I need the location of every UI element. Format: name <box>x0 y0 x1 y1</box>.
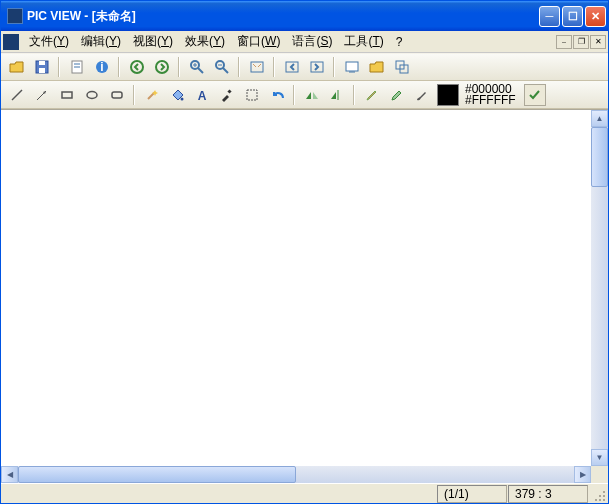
browse-button[interactable] <box>365 56 388 79</box>
separator-icon <box>293 85 295 105</box>
arrow-tool-button[interactable] <box>30 83 53 106</box>
menu-effect[interactable]: 效果(Y) <box>179 31 231 52</box>
cascade-button[interactable] <box>390 56 413 79</box>
horizontal-scroll-thumb[interactable] <box>18 466 296 483</box>
separator-icon <box>238 57 240 77</box>
prev-button[interactable] <box>125 56 148 79</box>
undo-button[interactable] <box>265 83 288 106</box>
separator-icon <box>118 57 120 77</box>
svg-line-24 <box>12 90 22 100</box>
svg-line-11 <box>198 68 203 73</box>
mdi-minimize-button[interactable]: – <box>556 35 572 49</box>
status-bar: (1/1) 379 : 3 <box>1 483 608 503</box>
rect-tool-button[interactable] <box>55 83 78 106</box>
marker-button[interactable] <box>385 83 408 106</box>
close-button[interactable]: ✕ <box>585 6 606 27</box>
svg-rect-26 <box>62 92 72 98</box>
scroll-left-button[interactable]: ◀ <box>1 466 18 483</box>
mdi-close-button[interactable]: ✕ <box>590 35 606 49</box>
color-readout: #000000 #FFFFFF <box>465 84 516 106</box>
client-area: ▲ ▼ <box>1 109 608 466</box>
app-window: PIC VIEW - [未命名] ─ ☐ ✕ 文件(Y) 编辑(Y) 视图(Y)… <box>0 0 609 504</box>
separator-icon <box>333 57 335 77</box>
svg-rect-20 <box>346 62 358 71</box>
svg-point-8 <box>131 61 143 73</box>
vertical-scroll-track[interactable] <box>591 187 608 449</box>
separator-icon <box>353 85 355 105</box>
status-page: (1/1) <box>437 485 507 503</box>
status-coordinates: 379 : 3 <box>508 485 588 503</box>
horizontal-scrollbar[interactable]: ◀ ▶ <box>1 466 591 483</box>
scroll-down-button[interactable]: ▼ <box>591 449 608 466</box>
resize-grip[interactable] <box>589 485 607 503</box>
window-title: PIC VIEW - [未命名] <box>27 8 539 25</box>
zoom-in-button[interactable] <box>185 56 208 79</box>
menu-lang[interactable]: 语言(S) <box>286 31 338 52</box>
scroll-up-button[interactable]: ▲ <box>591 110 608 127</box>
select-tool-button[interactable] <box>240 83 263 106</box>
menu-bar: 文件(Y) 编辑(Y) 视图(Y) 效果(Y) 窗口(W) 语言(S) 工具(T… <box>1 31 608 53</box>
main-toolbar: i <box>1 53 608 81</box>
svg-rect-17 <box>251 62 263 72</box>
vertical-scrollbar[interactable]: ▲ ▼ <box>591 110 608 466</box>
svg-text:A: A <box>197 89 206 103</box>
separator-icon <box>178 57 180 77</box>
color-swatch[interactable] <box>437 84 459 106</box>
properties-button[interactable] <box>65 56 88 79</box>
svg-rect-28 <box>112 92 122 98</box>
flip-horizontal-button[interactable] <box>300 83 323 106</box>
svg-point-27 <box>87 91 97 98</box>
background-color-value: #FFFFFF <box>465 95 516 106</box>
next-button[interactable] <box>150 56 173 79</box>
info-button[interactable]: i <box>90 56 113 79</box>
app-icon <box>7 8 23 24</box>
slideshow-button[interactable] <box>340 56 363 79</box>
fit-window-button[interactable] <box>245 56 268 79</box>
menu-view[interactable]: 视图(Y) <box>127 31 179 52</box>
svg-rect-2 <box>39 61 45 65</box>
separator-icon <box>273 57 275 77</box>
scroll-corner <box>591 466 608 483</box>
brush-button[interactable] <box>410 83 433 106</box>
mdi-restore-button[interactable]: ❐ <box>573 35 589 49</box>
doc-icon <box>3 34 19 50</box>
separator-icon <box>58 57 60 77</box>
flip-vertical-button[interactable] <box>325 83 348 106</box>
menu-window[interactable]: 窗口(W) <box>231 31 286 52</box>
save-button[interactable] <box>30 56 53 79</box>
canvas[interactable] <box>1 110 591 466</box>
line-tool-button[interactable] <box>5 83 28 106</box>
apply-color-button[interactable] <box>524 84 546 106</box>
svg-rect-33 <box>247 90 257 100</box>
open-button[interactable] <box>5 56 28 79</box>
menu-help[interactable]: ? <box>390 33 409 51</box>
svg-line-15 <box>223 68 228 73</box>
menu-tools[interactable]: 工具(T) <box>338 31 389 52</box>
svg-point-9 <box>156 61 168 73</box>
title-bar[interactable]: PIC VIEW - [未命名] ─ ☐ ✕ <box>1 1 608 31</box>
svg-point-30 <box>180 97 183 100</box>
vertical-scroll-thumb[interactable] <box>591 127 608 187</box>
svg-rect-1 <box>39 68 45 73</box>
svg-text:i: i <box>100 60 103 74</box>
magic-wand-button[interactable] <box>140 83 163 106</box>
draw-toolbar: A #000000 #FFFFFF <box>1 81 608 109</box>
maximize-button[interactable]: ☐ <box>562 6 583 27</box>
last-page-button[interactable] <box>305 56 328 79</box>
eyedropper-button[interactable] <box>215 83 238 106</box>
roundrect-tool-button[interactable] <box>105 83 128 106</box>
menu-edit[interactable]: 编辑(Y) <box>75 31 127 52</box>
zoom-out-button[interactable] <box>210 56 233 79</box>
horizontal-scroll-track[interactable] <box>18 466 574 483</box>
first-page-button[interactable] <box>280 56 303 79</box>
separator-icon <box>133 85 135 105</box>
minimize-button[interactable]: ─ <box>539 6 560 27</box>
svg-rect-32 <box>227 89 231 93</box>
pencil-button[interactable] <box>360 83 383 106</box>
ellipse-tool-button[interactable] <box>80 83 103 106</box>
menu-file[interactable]: 文件(Y) <box>23 31 75 52</box>
text-tool-button[interactable]: A <box>190 83 213 106</box>
scroll-right-button[interactable]: ▶ <box>574 466 591 483</box>
fill-tool-button[interactable] <box>165 83 188 106</box>
